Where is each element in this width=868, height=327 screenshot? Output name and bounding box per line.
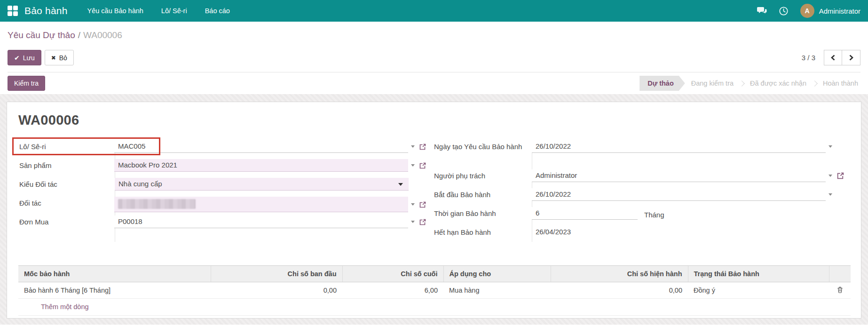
col-header-current-index[interactable]: Chỉ số hiện hành bbox=[551, 266, 688, 282]
product-input[interactable]: Macbook Pro 2021 bbox=[114, 159, 408, 172]
pager-next-button[interactable] bbox=[842, 50, 860, 65]
breadcrumb-current: WA00006 bbox=[83, 30, 122, 40]
col-header-warranty-status[interactable]: Trạng thái Bảo hành bbox=[688, 266, 829, 282]
x-icon: ✖ bbox=[51, 55, 56, 61]
milestone-table: Mốc bảo hành Chỉ số ban đầu Chỉ số cuối … bbox=[18, 265, 851, 299]
status-step-confirmed[interactable]: Đã được xác nhận bbox=[744, 80, 813, 87]
dropdown-caret-icon[interactable] bbox=[411, 145, 415, 148]
activity-clock-icon[interactable] bbox=[779, 6, 789, 16]
lot-serial-input[interactable]: MAC005 bbox=[114, 140, 408, 153]
field-row-lot-serial: Lô/ Sê-ri MAC005 bbox=[18, 140, 426, 159]
field-row-responsible: Người phụ trách Administrator bbox=[433, 169, 850, 188]
col-header-actions bbox=[829, 266, 851, 282]
breadcrumb-separator: / bbox=[75, 30, 83, 40]
field-label-warranty-duration: Thời gian Bảo hành bbox=[433, 207, 532, 217]
partner-input[interactable] bbox=[114, 197, 408, 212]
table-row[interactable]: Bảo hành 6 Tháng [6 Tháng] 0,00 6,00 Mua… bbox=[18, 282, 851, 299]
col-header-milestone[interactable]: Mốc bảo hành bbox=[18, 266, 211, 282]
menu-warranty-requests[interactable]: Yêu cầu Bảo hành bbox=[87, 7, 143, 15]
field-label-request-date: Ngày tạo Yêu cầu Bảo hành bbox=[433, 140, 532, 151]
col-header-initial-index[interactable]: Chỉ số ban đầu bbox=[211, 266, 342, 282]
col-header-final-index[interactable]: Chỉ số cuối bbox=[342, 266, 443, 282]
cell-initial-index[interactable]: 0,00 bbox=[211, 282, 342, 299]
field-label-partner-type: Kiểu Đối tác bbox=[18, 178, 115, 188]
discard-button[interactable]: ✖ Bỏ bbox=[45, 50, 74, 65]
dropdown-caret-icon[interactable] bbox=[829, 175, 832, 177]
dropdown-caret-icon[interactable] bbox=[411, 164, 415, 167]
field-row-product: Sản phẩm Macbook Pro 2021 bbox=[18, 159, 426, 178]
external-link-icon[interactable] bbox=[836, 172, 844, 180]
external-link-icon[interactable] bbox=[419, 143, 426, 151]
breadcrumb-parent[interactable]: Yêu cầu Dự thảo bbox=[8, 30, 75, 40]
field-row-warranty-duration: Thời gian Bảo hành 6 Tháng bbox=[433, 207, 850, 226]
select-chevron-icon bbox=[398, 183, 403, 186]
page-background: WA00006 Lô/ Sê-ri MAC005 Sản phẩm bbox=[0, 94, 868, 325]
dropdown-caret-icon[interactable] bbox=[411, 203, 415, 206]
field-label-product: Sản phẩm bbox=[18, 159, 114, 169]
top-nav-bar: Bảo hành Yêu cầu Bảo hành Lô/ Sê-ri Báo … bbox=[0, 0, 868, 22]
save-button[interactable]: ✔ Lưu bbox=[8, 50, 41, 65]
cell-milestone[interactable]: Bảo hành 6 Tháng [6 Tháng] bbox=[18, 282, 211, 299]
app-name[interactable]: Bảo hành bbox=[24, 5, 68, 16]
redacted-value bbox=[118, 199, 196, 209]
warranty-duration-input[interactable]: 6 bbox=[532, 207, 638, 220]
field-row-request-date: Ngày tạo Yêu cầu Bảo hành 26/10/2022 bbox=[433, 140, 850, 169]
add-line-link[interactable]: Thêm một dòng bbox=[18, 299, 851, 316]
breadcrumb: Yêu cầu Dự thảo/WA00006 bbox=[8, 22, 860, 40]
duration-unit-label: Tháng bbox=[644, 208, 664, 219]
warranty-expiry-value: 26/04/2023 bbox=[532, 226, 826, 238]
field-label-responsible: Người phụ trách bbox=[433, 169, 532, 180]
field-row-warranty-expiry: Hết hạn Bảo hành 26/04/2023 bbox=[433, 226, 850, 245]
cell-current-index[interactable]: 0,00 bbox=[551, 282, 688, 299]
pager-count: 3 / 3 bbox=[802, 54, 815, 62]
field-label-warranty-expiry: Hết hạn Bảo hành bbox=[433, 226, 532, 236]
user-menu[interactable]: A Administrator bbox=[800, 4, 860, 18]
status-step-done[interactable]: Hoàn thành bbox=[817, 80, 864, 87]
status-step-draft[interactable]: Dự thảo bbox=[639, 76, 685, 91]
external-link-icon[interactable] bbox=[419, 218, 426, 226]
status-step-checking[interactable]: Đang kiểm tra bbox=[685, 80, 740, 87]
dropdown-caret-icon[interactable] bbox=[829, 193, 832, 196]
responsible-input[interactable]: Administrator bbox=[532, 169, 826, 182]
cell-warranty-status[interactable]: Đồng ý bbox=[688, 282, 829, 299]
pager-previous-button[interactable] bbox=[824, 50, 842, 65]
check-action-button[interactable]: Kiểm tra bbox=[8, 76, 45, 91]
field-label-partner: Đối tác bbox=[18, 197, 114, 207]
cell-final-index[interactable]: 6,00 bbox=[342, 282, 443, 299]
col-header-apply-to[interactable]: Áp dụng cho bbox=[443, 266, 551, 282]
messages-icon[interactable] bbox=[757, 6, 767, 16]
avatar: A bbox=[800, 4, 814, 18]
external-link-icon[interactable] bbox=[419, 162, 426, 169]
field-label-purchase-order: Đơn Mua bbox=[18, 215, 114, 226]
form-sheet: WA00006 Lô/ Sê-ri MAC005 Sản phẩm bbox=[7, 102, 861, 319]
table-header-row: Mốc bảo hành Chỉ số ban đầu Chỉ số cuối … bbox=[18, 266, 851, 282]
menu-lot-serial[interactable]: Lô/ Sê-ri bbox=[161, 7, 187, 15]
chevron-right-icon bbox=[848, 54, 854, 61]
partner-type-select[interactable]: Nhà cung cấp bbox=[115, 178, 409, 191]
field-label-warranty-start: Bắt đầu Bảo hành bbox=[433, 188, 532, 199]
username: Administrator bbox=[819, 7, 860, 15]
purchase-order-input[interactable]: P00018 bbox=[114, 215, 408, 228]
cell-apply-to[interactable]: Mua hàng bbox=[443, 282, 551, 299]
chevron-left-icon bbox=[830, 54, 836, 61]
dropdown-caret-icon[interactable] bbox=[411, 221, 415, 223]
field-row-partner: Đối tác bbox=[18, 197, 426, 215]
check-icon: ✔ bbox=[14, 54, 20, 62]
delete-row-button[interactable] bbox=[829, 282, 851, 299]
external-link-icon[interactable] bbox=[419, 201, 426, 208]
dropdown-caret-icon[interactable] bbox=[829, 145, 832, 148]
menu-reports[interactable]: Báo cáo bbox=[205, 7, 230, 15]
status-steps: Dự thảo Đang kiểm tra Đã được xác nhận H… bbox=[639, 76, 864, 91]
field-row-purchase-order: Đơn Mua P00018 bbox=[18, 215, 426, 234]
field-row-partner-type: Kiểu Đối tác Nhà cung cấp bbox=[18, 178, 426, 197]
warranty-start-input[interactable]: 26/10/2022 bbox=[532, 188, 826, 201]
field-label-lot-serial: Lô/ Sê-ri bbox=[18, 140, 114, 151]
request-date-input[interactable]: 26/10/2022 bbox=[532, 140, 826, 153]
trash-icon bbox=[836, 286, 844, 294]
nav-menu: Yêu cầu Bảo hành Lô/ Sê-ri Báo cáo bbox=[87, 7, 230, 15]
field-row-warranty-start: Bắt đầu Bảo hành 26/10/2022 bbox=[433, 188, 850, 207]
record-title: WA00006 bbox=[18, 112, 850, 128]
apps-grid-icon[interactable] bbox=[8, 6, 18, 16]
